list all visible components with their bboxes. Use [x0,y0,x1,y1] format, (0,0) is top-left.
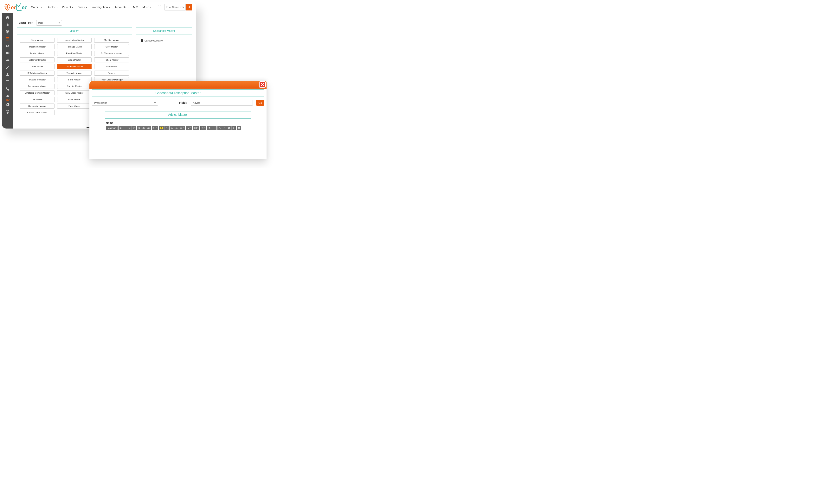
subscript-btn[interactable]: X2 [146,126,151,130]
master-investigation-master[interactable]: Investigation Master [57,38,92,43]
master-trusted-ip-master[interactable]: Trusted IP Master [20,77,54,82]
master-b2b-insurance-master[interactable]: B2B/Insurance Master [94,51,129,56]
master-billing-master[interactable]: Billing Master [57,57,92,62]
search-input[interactable] [164,4,186,11]
casesheet-item-label: Casesheet Master [144,39,163,42]
size-select[interactable]: 14 [152,126,158,130]
master-sms-credit-master[interactable]: SMS Credit Master [57,90,92,95]
sidebar-chart-icon[interactable] [2,21,13,28]
field-input[interactable]: Advice [191,100,253,106]
nav-item-5[interactable]: Accounts [112,4,131,10]
master-ward-master[interactable]: Ward Master [94,64,129,69]
master-package-master[interactable]: Package Master [57,44,92,49]
master-department-master[interactable]: Department Master [20,84,54,89]
help-btn[interactable]: ? [231,126,236,130]
align-drop[interactable] [179,126,185,130]
editor-content[interactable] [105,131,251,152]
clear-btn[interactable] [227,126,231,130]
master-ip-admission-master[interactable]: IP Admission Master [20,71,54,76]
table-btn[interactable] [193,126,199,130]
master-template-master[interactable]: Template Master [57,71,92,76]
advice-title: Advice Master [105,111,251,119]
logo-text-2: oc [22,4,27,11]
go-button[interactable]: Go [256,100,264,106]
master-suggestion-master[interactable]: Suggestion Master [20,104,54,109]
magic-btn[interactable] [186,126,192,130]
sidebar-target-icon[interactable] [2,28,13,35]
master-form-master[interactable]: Form Master [57,77,92,82]
text-style-btn[interactable]: T! [200,126,206,130]
master-fleet-master[interactable]: Fleet Master [57,104,92,109]
nav-label: Sathi... [31,5,40,9]
sidebar-flask-icon[interactable] [2,71,13,78]
master-diet-master[interactable]: Diet Master [20,97,54,102]
nav-item-1[interactable]: Doctor [45,4,59,10]
nav-label: Accounts [115,5,126,9]
close-icon [261,83,264,87]
master-whatsapp-content-master[interactable]: Whatsapp Content Master [20,90,54,95]
sidebar-users-icon[interactable] [2,42,13,50]
svg-point-2 [7,31,8,32]
master-reports[interactable]: Reports [94,71,129,76]
align-left-btn[interactable] [170,126,174,130]
redo-btn[interactable] [222,126,227,130]
sidebar-image-icon[interactable] [2,78,13,85]
link-btn[interactable] [207,126,212,130]
sidebar-bed-icon[interactable] [2,57,13,64]
topbar: oc oc Sathi...DoctorPatientStockInvestig… [2,2,196,13]
editor-toolbar: TahomaBIUSX2X214AT!? [105,125,251,131]
type-select[interactable]: Prescription [92,100,158,106]
master-control-panel-master[interactable]: Control Panel Master [20,110,54,115]
field-value: Advice [193,102,200,104]
svg-point-4 [7,111,8,112]
search-button[interactable] [186,4,192,11]
master-treatment-master[interactable]: Treatment Master [20,44,54,49]
chevron-down-icon [86,7,87,8]
sidebar-help-icon[interactable] [2,108,13,115]
sidebar-gear-icon[interactable] [2,101,13,108]
sidebar-home-icon[interactable] [2,14,13,21]
sidebar-calendar-icon[interactable] [2,35,13,42]
font-select[interactable]: Tahoma [106,126,118,130]
nav-item-4[interactable]: Investigation [90,4,112,10]
nav-item-3[interactable]: Stock [76,4,89,10]
superscript-btn[interactable]: X2 [141,126,146,130]
master-patient-master[interactable]: Patient Master [94,57,129,62]
master-label-master[interactable]: Label Master [57,97,92,102]
casesheet-item[interactable]: Casesheet Master [139,38,189,44]
logo[interactable]: oc oc [3,3,27,11]
strike-btn[interactable]: S [137,126,141,130]
italic-btn[interactable]: I [123,126,127,130]
sidebar-cart-icon[interactable] [2,85,13,92]
nav-item-2[interactable]: Patient [60,4,75,10]
nav-item-7[interactable]: More [140,4,153,10]
form-row: Prescription Field : Advice Go [92,97,264,109]
bold-btn[interactable]: B [119,126,123,130]
master-counter-master[interactable]: Counter Master [57,84,92,89]
filter-select[interactable]: User [36,20,62,25]
master-area-master[interactable]: Area Master [20,64,54,69]
fullscreen-icon[interactable] [156,4,163,10]
master-casesheet-master[interactable]: Casesheet Master [57,64,92,69]
master-settlement-master[interactable]: Settlement Master [20,57,54,62]
undo-btn[interactable] [217,126,222,130]
nav-item-0[interactable]: Sathi... [29,4,45,10]
align-center-btn[interactable] [174,126,179,130]
highlight-btn[interactable]: A [159,126,164,130]
sidebar-edit-icon[interactable] [2,64,13,71]
advice-section: Advice Master Name TahomaBIUSX2X214AT!? [92,109,264,152]
highlight-drop[interactable] [164,126,169,130]
hr-btn[interactable] [212,126,216,130]
code-btn[interactable] [237,126,241,130]
underline-btn[interactable]: U [127,126,131,130]
master-product-master[interactable]: Product Master [20,51,54,56]
eraser-btn[interactable] [131,126,136,130]
master-rate-plan-master[interactable]: Rate Plan Master [57,51,92,56]
nav-item-6[interactable]: MIS [131,4,140,10]
close-button[interactable] [259,81,266,88]
master-store-master[interactable]: Store Master [94,44,129,49]
master-user-master[interactable]: User Master [20,38,54,43]
master-machine-master[interactable]: Machine Master [94,38,129,43]
chevron-down-icon [183,128,184,128]
sidebar-video-icon[interactable] [2,50,13,57]
